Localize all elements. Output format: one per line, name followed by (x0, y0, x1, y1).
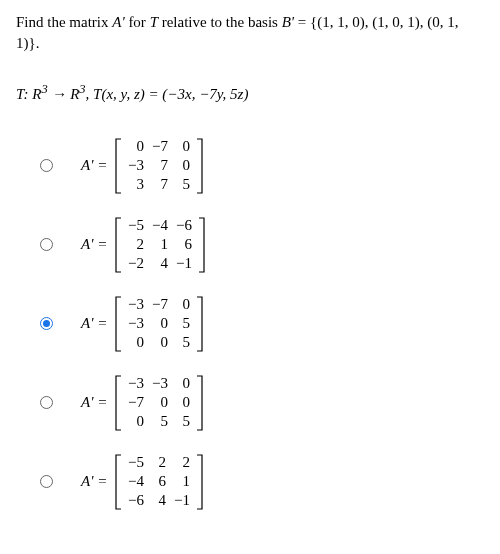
q-mid1: for (125, 14, 150, 30)
left-bracket-icon (115, 375, 122, 431)
matrix-cell: 5 (172, 333, 194, 352)
radio-button[interactable] (40, 475, 53, 488)
matrix-cell: 1 (148, 235, 172, 254)
matrix-cell: 0 (172, 137, 194, 156)
right-bracket-icon (196, 296, 203, 352)
matrix-cell: 0 (124, 333, 148, 352)
left-bracket-icon (115, 454, 122, 510)
matrix-cell: 6 (172, 235, 196, 254)
matrix-expression: A' = −5−4−6216−24−1 (81, 216, 205, 273)
matrix-cell: 0 (148, 333, 172, 352)
matrix-cell: −3 (124, 295, 148, 314)
matrix-cell: 0 (172, 156, 194, 175)
matrix-cell: 4 (148, 254, 172, 273)
matrix-cell: 7 (148, 175, 172, 194)
right-bracket-icon (196, 375, 203, 431)
q-prefix: Find the matrix (16, 14, 112, 30)
matrix-cell: −5 (124, 216, 148, 235)
radio-button[interactable] (40, 396, 53, 409)
matrix-cell: −6 (172, 216, 196, 235)
radio-button[interactable] (40, 317, 53, 330)
option-row[interactable]: A' = −5−4−6216−24−1 (16, 216, 484, 273)
matrix-cell: −5 (124, 453, 148, 472)
right-bracket-icon (196, 138, 203, 194)
matrix-cell: 0 (172, 393, 194, 412)
matrix-table: −3−30−700055 (124, 374, 194, 431)
question-text: Find the matrix A' for T relative to the… (16, 12, 484, 54)
options-list: A' = 0−70−370375A' = −5−4−6216−24−1A' = … (16, 137, 484, 510)
matrix-cell: −7 (124, 393, 148, 412)
right-bracket-icon (198, 217, 205, 273)
radio-button[interactable] (40, 238, 53, 251)
matrix-lhs: A' = (81, 473, 111, 490)
matrix-cell: −2 (124, 254, 148, 273)
matrix-cell: 6 (148, 472, 170, 491)
right-bracket-icon (196, 454, 203, 510)
matrix-table: −5−4−6216−24−1 (124, 216, 196, 273)
matrix-cell: −4 (148, 216, 172, 235)
t-lhs: T: R (16, 86, 41, 102)
matrix-lhs: A' = (81, 315, 111, 332)
matrix-cell: 0 (172, 374, 194, 393)
matrix-lhs: A' = (81, 236, 111, 253)
matrix-cell: 0 (148, 314, 172, 333)
matrix-cell: 2 (170, 453, 194, 472)
matrix-cell: −1 (172, 254, 196, 273)
matrix-expression: A' = 0−70−370375 (81, 137, 203, 194)
matrix-cell: 5 (148, 412, 172, 431)
matrix-cell: −7 (148, 137, 172, 156)
matrix-lhs: A' = (81, 394, 111, 411)
matrix-cell: −7 (148, 295, 172, 314)
matrix-cell: 4 (148, 491, 170, 510)
t-rest: , T(x, y, z) = (−3x, −7y, 5z) (86, 86, 249, 102)
matrix-cell: 3 (124, 175, 148, 194)
matrix-table: −522−461−64−1 (124, 453, 194, 510)
matrix-cell: 2 (148, 453, 170, 472)
radio-button[interactable] (40, 159, 53, 172)
matrix-expression: A' = −3−70−305005 (81, 295, 203, 352)
matrix-cell: −3 (124, 314, 148, 333)
matrix-cell: 0 (172, 295, 194, 314)
option-row[interactable]: A' = −3−30−700055 (16, 374, 484, 431)
left-bracket-icon (115, 138, 122, 194)
matrix-cell: −3 (124, 156, 148, 175)
matrix-cell: 2 (124, 235, 148, 254)
matrix-cell: −3 (124, 374, 148, 393)
matrix-table: 0−70−370375 (124, 137, 194, 194)
matrix-cell: 5 (172, 314, 194, 333)
transform-definition: T: R3 → R3, T(x, y, z) = (−3x, −7y, 5z) (16, 82, 484, 103)
q-mid2: relative to the basis (158, 14, 282, 30)
matrix-cell: −4 (124, 472, 148, 491)
matrix-cell: −3 (148, 374, 172, 393)
left-bracket-icon (115, 217, 122, 273)
aprime-sym: A' (112, 14, 124, 30)
matrix-table: −3−70−305005 (124, 295, 194, 352)
left-bracket-icon (115, 296, 122, 352)
matrix-expression: A' = −522−461−64−1 (81, 453, 203, 510)
matrix-cell: 7 (148, 156, 172, 175)
matrix-cell: 0 (124, 412, 148, 431)
option-row[interactable]: A' = 0−70−370375 (16, 137, 484, 194)
matrix-expression: A' = −3−30−700055 (81, 374, 203, 431)
t-sym: T (150, 14, 158, 30)
matrix-cell: −6 (124, 491, 148, 510)
matrix-cell: 5 (172, 175, 194, 194)
matrix-cell: −1 (170, 491, 194, 510)
matrix-cell: 0 (124, 137, 148, 156)
option-row[interactable]: A' = −3−70−305005 (16, 295, 484, 352)
matrix-cell: 0 (148, 393, 172, 412)
t-arrow: → R (48, 86, 80, 102)
option-row[interactable]: A' = −522−461−64−1 (16, 453, 484, 510)
matrix-cell: 5 (172, 412, 194, 431)
basis-label: B' (282, 14, 294, 30)
matrix-cell: 1 (170, 472, 194, 491)
matrix-lhs: A' = (81, 157, 111, 174)
